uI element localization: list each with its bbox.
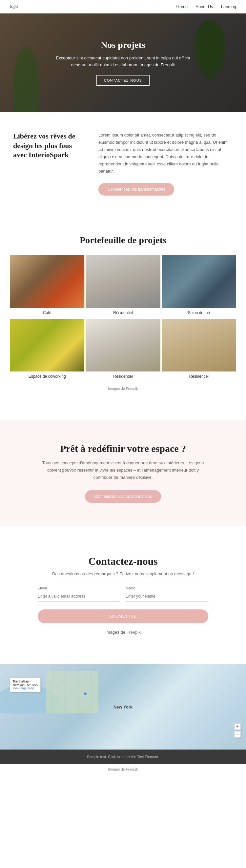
portfolio-freepik-credit: Images de Freepik <box>10 386 236 391</box>
nav-links: Home About Us Landing <box>177 4 236 9</box>
navigation: logo Home About Us Landing <box>0 0 246 13</box>
map-city-label: New York <box>114 704 132 709</box>
pret-body: Tous nos concepts d'aménagement visent à… <box>41 459 205 481</box>
portfolio-label-cowork: Espace de coworking <box>10 371 84 381</box>
footer-text: Sample text. Click to select the Text El… <box>5 755 241 759</box>
portfolio-item-cowork[interactable]: Espace de coworking <box>10 319 84 381</box>
hero-section: Nos projets Excepteur sint occaecat cupi… <box>0 13 246 112</box>
portfolio-heading: Portefeuille de projets <box>10 235 236 245</box>
hero-subtitle: Excepteur sint occaecat cupidatat non pr… <box>54 55 192 69</box>
footer: Sample text. Click to select the Text El… <box>0 749 246 764</box>
submit-button[interactable]: SOUMETTRE <box>38 610 208 623</box>
portfolio-item-resid3[interactable]: Résidentiel <box>162 319 236 381</box>
map-container: Manhattan New York, NY USA View larger m… <box>0 664 246 749</box>
portfolio-item-cafe[interactable]: Café <box>10 255 84 318</box>
contact-heading: Contactez-nous <box>13 555 233 567</box>
portfolio-item-resid2[interactable]: Résidentiel <box>86 319 160 381</box>
nav-home[interactable]: Home <box>177 4 188 9</box>
pret-heading: Prêt à redéfinir votre espace ? <box>20 443 226 454</box>
liberez-section: Libérez vos rêves de design les plus fou… <box>0 112 246 215</box>
name-label: Name <box>126 586 208 590</box>
map-zoom-out[interactable]: − <box>234 731 241 738</box>
freepik-link-contact[interactable]: Freepik <box>126 630 141 635</box>
portfolio-img-resid3 <box>162 319 236 371</box>
freepik-link-hero[interactable]: Freepik <box>161 62 175 67</box>
liberez-left: Libérez vos rêves de design les plus fou… <box>13 132 85 160</box>
contact-subtitle: Des questions ou des remarques ? Écrivez… <box>13 571 233 576</box>
map-zoom-in[interactable]: + <box>234 723 241 730</box>
hero-content: Nos projets Excepteur sint occaecat cupi… <box>41 40 205 86</box>
freepik-link-footer[interactable]: Freepik <box>126 767 138 771</box>
liberez-body: Lorem ipsum dolor sit amet, consectetur … <box>98 132 233 175</box>
liberez-heading: Libérez vos rêves de design les plus fou… <box>13 132 85 160</box>
portfolio-grid: Café Résidentiel Salon de thé Espace de … <box>10 255 236 381</box>
liberez-right: Lorem ipsum dolor sit amet, consectetur … <box>98 132 233 195</box>
portfolio-item-resid1[interactable]: Résidentiel <box>86 255 160 318</box>
portfolio-img-cafe <box>10 255 84 308</box>
contact-form: Email Name SOUMETTRE <box>38 586 208 623</box>
email-input[interactable] <box>38 591 120 601</box>
portfolio-section: Portefeuille de projets Café Résidentiel… <box>0 215 246 410</box>
freepik-link-portfolio[interactable]: Freepik <box>126 386 138 391</box>
map-marker: Manhattan New York, NY USA View larger m… <box>10 677 41 692</box>
svg-rect-2 <box>46 671 98 713</box>
logo: logo <box>10 4 18 9</box>
hero-title: Nos projets <box>54 40 192 50</box>
nav-about[interactable]: About Us <box>195 4 213 9</box>
portfolio-img-resid2 <box>86 319 160 371</box>
liberez-cta-button[interactable]: Commencez vos transformations <box>98 183 174 195</box>
pret-section: Prêt à redéfinir votre espace ? Tous nos… <box>0 420 246 526</box>
pret-cta-button[interactable]: Commencez vos transformations <box>85 490 161 503</box>
portfolio-label-cafe: Café <box>10 308 84 318</box>
marker-link[interactable]: View larger map <box>13 686 34 690</box>
portfolio-item-salon[interactable]: Salon de thé <box>162 255 236 318</box>
footer-freepik: Images de Freepik <box>0 764 246 774</box>
name-input[interactable] <box>126 591 208 601</box>
contact-freepik-credit: Images de Freepik <box>13 630 233 635</box>
name-group: Name <box>126 586 208 601</box>
portfolio-label-resid3: Résidentiel <box>162 371 236 381</box>
portfolio-img-resid1 <box>86 255 160 308</box>
form-row: Email Name <box>38 586 208 601</box>
marker-address: New York, NY USA <box>13 683 38 686</box>
portfolio-img-salon <box>162 255 236 308</box>
hero-plant-left <box>13 46 39 112</box>
portfolio-label-resid1: Résidentiel <box>86 308 160 318</box>
svg-point-22 <box>84 692 87 695</box>
contact-section: Contactez-nous Des questions ou des rema… <box>0 535 246 664</box>
hero-cta-button[interactable]: CONTACTEZ-NOUS <box>96 75 150 86</box>
email-label: Email <box>38 586 120 590</box>
email-group: Email <box>38 586 120 601</box>
portfolio-label-salon: Salon de thé <box>162 308 236 318</box>
portfolio-img-cowork <box>10 319 84 371</box>
nav-landing[interactable]: Landing <box>221 4 236 9</box>
marker-title: Manhattan <box>13 680 38 683</box>
portfolio-label-resid2: Résidentiel <box>86 371 160 381</box>
